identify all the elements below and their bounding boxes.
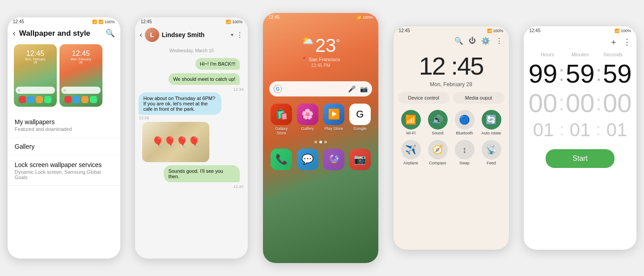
qs-tile-airplane[interactable]: ✈️ Airplane xyxy=(400,140,422,165)
qs-airplane-icon: ✈️ xyxy=(401,140,421,159)
thumb-clock-1: 12:45 Mon, February 28 xyxy=(25,50,46,64)
status-bar-5: 12:45 📶 100% xyxy=(524,26,636,35)
timer-seconds-2: 00 xyxy=(602,90,632,116)
status-icons-5: 📶 100% xyxy=(614,29,631,33)
pass-icon: 🔮 xyxy=(323,149,344,170)
app-phone[interactable]: 📞 xyxy=(270,149,293,170)
signal-icon: 📶 xyxy=(98,20,103,24)
qs-tile-swap[interactable]: ↕️ Swap xyxy=(453,140,476,165)
timer-display-secondary: 00 : 00 : 00 xyxy=(524,90,636,120)
status-bar-4: 12:45 📶 100% xyxy=(394,26,509,35)
qs-wifi-label: Wi-Fi xyxy=(406,131,415,135)
qs-tile-sound[interactable]: 🔊 Sound xyxy=(427,110,449,135)
time-1: 12:45 xyxy=(13,19,24,24)
app-messages[interactable]: 💬 xyxy=(296,149,319,170)
screen2-messages: 12:45 📶 100% ‹ L Lindsey Smith ▾ ⋮ Wedne… xyxy=(135,17,248,259)
msg-back-button[interactable]: ‹ xyxy=(140,31,142,39)
battery-4: 100% xyxy=(493,29,504,33)
battery-2: 100% xyxy=(232,20,242,24)
msg-more-button[interactable]: ⋮ xyxy=(236,31,243,39)
qs-bt-icon: 🔵 xyxy=(455,110,475,130)
search-cam-icon[interactable]: 📷 xyxy=(360,85,368,92)
list-item-lock-screen[interactable]: Lock screen wallpaper services Dynamic L… xyxy=(8,156,120,186)
timer-add-icon[interactable]: ＋ xyxy=(610,37,618,47)
wifi-icon-3: 📶 xyxy=(356,15,361,20)
app-galaxy-store[interactable]: 🛍️ Galaxy Store xyxy=(270,104,293,135)
app-pass[interactable]: 🔮 xyxy=(322,149,345,170)
wifi-icon-4: 📶 xyxy=(487,29,492,33)
search-mic-icon[interactable]: 🎤 xyxy=(348,85,356,92)
qs-compass-icon: 🧭 xyxy=(428,140,448,159)
wallpaper-list: My wallpapers Featured and downloaded Ga… xyxy=(8,111,120,188)
qs-grid: 📶 Wi-Fi 🔊 Sound 🔵 Bluetooth 🔄 Auto rotat… xyxy=(394,106,509,169)
app-google[interactable]: G Google xyxy=(348,104,371,135)
qs-rotate-label: Auto rotate xyxy=(482,131,501,135)
qs-tile-wifi[interactable]: 📶 Wi-Fi xyxy=(400,110,422,135)
qs-bt-label: Bluetooth xyxy=(456,131,473,135)
qs-tab-device[interactable]: Device control xyxy=(398,92,449,104)
dot-3 xyxy=(324,141,327,143)
timer-colon-4: : xyxy=(595,92,602,114)
qs-more-icon[interactable]: ⋮ xyxy=(496,37,503,45)
qs-airplane-label: Airplane xyxy=(403,161,418,165)
weather-widget: ⛅ 23° 📍San Francisco 12:45 PM xyxy=(263,21,378,77)
timer-colon-6: : xyxy=(595,122,602,138)
status-icons-1: 📶 📶 100% xyxy=(92,20,115,24)
timer-minutes-3: 01 xyxy=(565,121,595,139)
timer-more-icon[interactable]: ⋮ xyxy=(623,37,631,47)
msg-time-3: 12:40 xyxy=(140,184,243,189)
status-icons-3: 📶 100% xyxy=(356,15,373,20)
qs-compass-label: Compass xyxy=(429,161,446,165)
qs-tile-bluetooth[interactable]: 🔵 Bluetooth xyxy=(453,110,476,135)
app-camera[interactable]: 📷 xyxy=(348,149,371,170)
qs-search-icon[interactable]: 🔍 xyxy=(454,37,463,45)
search-bar[interactable]: G 🎤 📷 xyxy=(269,81,372,96)
messages-icon: 💬 xyxy=(297,149,318,170)
timer-hours-2: 00 xyxy=(528,90,558,116)
wallpaper-thumb-1[interactable]: 12:45 Mon, February 28 G xyxy=(14,44,57,107)
msg-bubble-2: We should meet to catch up! xyxy=(139,72,244,86)
start-button[interactable]: Start xyxy=(546,149,614,168)
wallpaper-thumb-2[interactable]: 12:45 Mon, February 28 G xyxy=(59,44,102,107)
msg-time-1: 12:34 xyxy=(140,87,243,92)
weather-icon: ⛅ xyxy=(301,35,314,46)
qs-wifi-icon: 📶 xyxy=(401,110,421,130)
status-bar-1: 12:45 📶 📶 100% xyxy=(8,17,120,26)
time-3: 12:45 xyxy=(268,15,280,20)
qs-sound-icon: 🔊 xyxy=(428,110,448,130)
qs-rotate-icon: 🔄 xyxy=(482,110,501,130)
wallpaper-previews: 12:45 Mon, February 28 G 12:45 Mon, Febr… xyxy=(8,42,120,111)
qs-settings-icon[interactable]: ⚙️ xyxy=(481,37,490,45)
qs-tab-media[interactable]: Media ouput xyxy=(453,92,504,104)
search-button[interactable]: 🔍 xyxy=(106,29,115,38)
qs-tile-compass[interactable]: 🧭 Compass xyxy=(427,140,449,165)
qs-tile-autorotate[interactable]: 🔄 Auto rotate xyxy=(480,110,503,135)
hours-label: Hours xyxy=(531,52,564,57)
back-button[interactable]: ‹ xyxy=(13,29,16,38)
balloon-icon: 🎈🎈🎈🎈 xyxy=(142,122,209,162)
message-date: Wednesday, March 16 xyxy=(135,46,248,56)
app-play-store[interactable]: ▶️ Play Store xyxy=(322,104,345,135)
timer-minutes: 59 xyxy=(565,61,595,87)
list-item-my-wallpapers[interactable]: My wallpapers Featured and downloaded xyxy=(8,113,120,138)
page-dots xyxy=(263,138,378,146)
contact-avatar: L xyxy=(145,28,159,42)
seconds-label: Seconds xyxy=(597,52,629,57)
screen5-timer: 12:45 📶 100% ＋ ⋮ Hours Minutes Seconds 9… xyxy=(524,26,636,250)
list-item-gallery[interactable]: Gallery xyxy=(8,138,120,156)
msg-dropdown-icon[interactable]: ▾ xyxy=(231,32,233,38)
weather-temp: 23° xyxy=(315,35,340,56)
minutes-label: Minutes xyxy=(564,52,597,57)
status-bar-3: 12:45 📶 100% xyxy=(263,13,378,21)
weather-location: 📍San Francisco xyxy=(263,56,378,62)
qs-feed-label: Feed xyxy=(487,161,496,165)
google-icon: G xyxy=(349,104,371,125)
battery-5: 100% xyxy=(621,29,631,33)
galaxy-store-icon: 🛍️ xyxy=(271,104,292,125)
qs-tile-feed[interactable]: 📡 Feed xyxy=(480,140,503,165)
qs-power-icon[interactable]: ⏻ xyxy=(469,37,476,45)
status-bar-2: 12:45 📶 100% xyxy=(135,17,248,26)
wifi-icon-5: 📶 xyxy=(614,29,619,33)
app-gallery[interactable]: 🌸 Gallery xyxy=(296,104,319,135)
app-label-gallery: Gallery xyxy=(301,126,314,131)
